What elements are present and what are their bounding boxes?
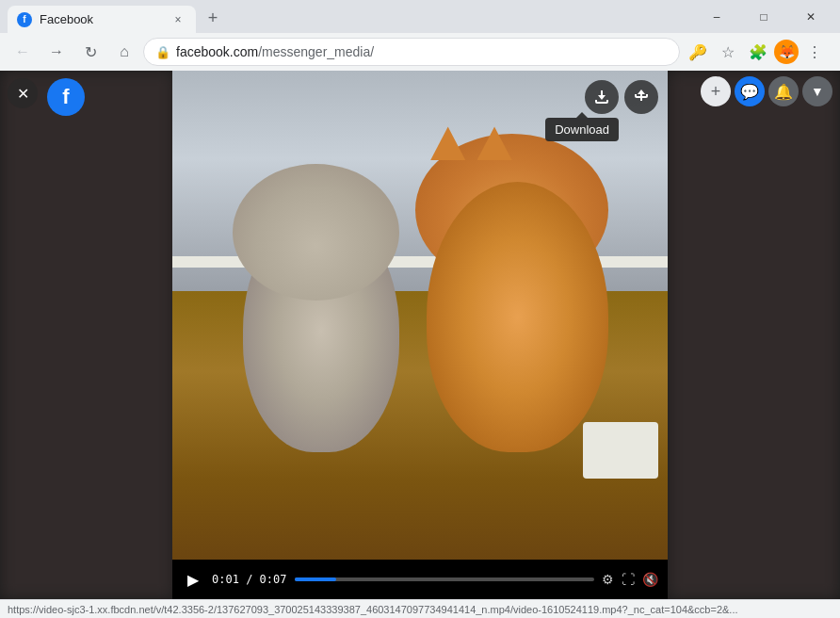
download-icon [593, 89, 610, 106]
tab-close-button[interactable]: × [170, 11, 186, 28]
play-button[interactable]: ▶ [182, 571, 204, 589]
add-button[interactable]: + [701, 76, 731, 106]
status-url: https://video-sjc3-1.xx.fbcdn.net/v/t42.… [8, 604, 738, 615]
video-panel: Download ▶ 0:01 / 0:07 ⚙ ⛶ 🔇 [172, 71, 668, 599]
minimize-button[interactable]: – [695, 0, 738, 33]
close-button[interactable]: ✕ [789, 0, 832, 33]
video-frame: Download [172, 71, 668, 560]
share-button[interactable] [624, 80, 658, 114]
notifications-button[interactable]: 🔔 [768, 76, 799, 106]
extensions-button[interactable]: 🧩 [744, 38, 772, 66]
new-tab-button[interactable]: + [200, 6, 226, 32]
chrome-actions: 🔑 ☆ 🧩 🦊 ⋮ [684, 38, 832, 66]
cat-left-head [233, 164, 399, 301]
share-icon [633, 89, 650, 106]
blur-left [0, 71, 174, 599]
progress-fill [295, 577, 337, 581]
profile-button[interactable]: 🦊 [774, 40, 799, 64]
home-button[interactable]: ⌂ [109, 37, 139, 67]
tab-title: Facebook [40, 12, 162, 26]
menu-button[interactable]: ⋮ [800, 38, 829, 66]
time-display: 0:01 / 0:07 [212, 573, 287, 586]
extension-buttons-area: + 💬 🔔 ▼ [693, 71, 840, 112]
active-tab[interactable]: f Facebook × [8, 6, 196, 34]
dropdown-button[interactable]: ▼ [802, 76, 832, 106]
url-path: /messenger_media/ [258, 44, 374, 59]
page-content: ✕ f + 💬 🔔 ▼ [0, 71, 840, 599]
cat-left [212, 149, 420, 452]
window-controls: – □ ✕ [695, 0, 832, 33]
cat-right [415, 134, 643, 451]
forward-button[interactable]: → [41, 37, 72, 67]
facebook-logo[interactable]: f [47, 78, 85, 116]
back-button[interactable]: ← [8, 37, 38, 67]
star-icon-button[interactable]: ☆ [714, 38, 742, 66]
page-close-button[interactable]: ✕ [8, 78, 38, 108]
refresh-button[interactable]: ↻ [75, 37, 105, 67]
omnibox[interactable]: 🔒 facebook.com/messenger_media/ [143, 38, 680, 66]
url-domain: facebook.com [176, 44, 258, 59]
blur-right [668, 71, 840, 599]
fullscreen-button[interactable]: ⛶ [622, 572, 635, 587]
key-icon-button[interactable]: 🔑 [684, 38, 712, 66]
lock-icon: 🔒 [155, 45, 170, 59]
url-text: facebook.com/messenger_media/ [176, 44, 668, 59]
cat-scene [172, 71, 668, 560]
messenger-button[interactable]: 💬 [735, 76, 765, 106]
status-bar: https://video-sjc3-1.xx.fbcdn.net/v/t42.… [0, 599, 840, 618]
volume-button[interactable]: 🔇 [642, 572, 658, 587]
settings-button[interactable]: ⚙ [602, 572, 614, 587]
video-overlay-buttons [585, 80, 658, 114]
progress-bar[interactable] [295, 577, 594, 581]
title-bar: f Facebook × + – □ ✕ [0, 0, 840, 33]
maximize-button[interactable]: □ [742, 0, 785, 33]
cat-right-body [427, 182, 609, 452]
download-button[interactable] [585, 80, 619, 114]
tab-favicon: f [17, 12, 32, 27]
video-controls: ▶ 0:01 / 0:07 ⚙ ⛶ 🔇 [172, 560, 668, 599]
address-bar: ← → ↻ ⌂ 🔒 facebook.com/messenger_media/ … [0, 33, 840, 71]
